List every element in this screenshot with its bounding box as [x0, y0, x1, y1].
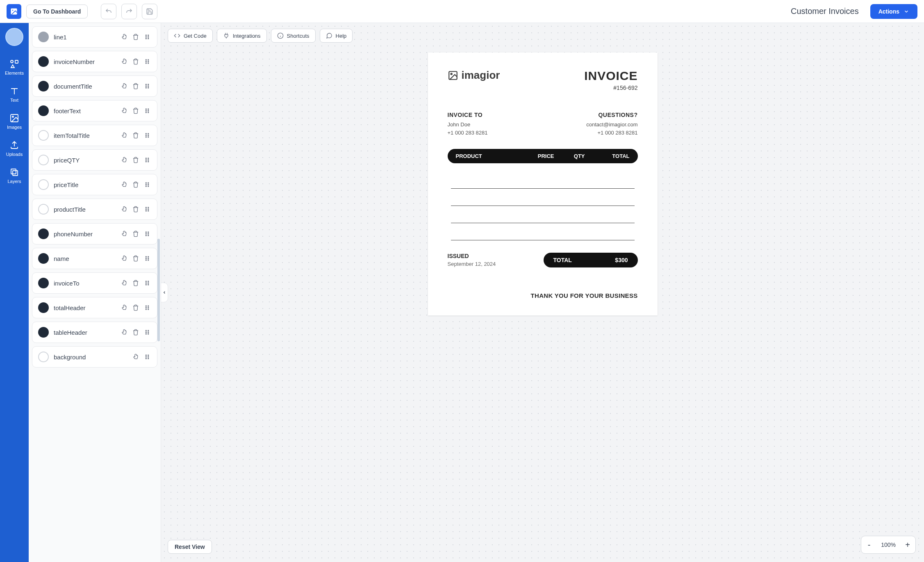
actions-button[interactable]: Actions: [870, 4, 917, 19]
undo-button[interactable]: [101, 4, 116, 19]
layer-row[interactable]: priceQTY: [32, 149, 157, 171]
svg-point-31: [148, 112, 149, 113]
layer-row[interactable]: priceTitle: [32, 174, 157, 195]
integrations-button[interactable]: Integrations: [217, 29, 267, 43]
nav-layers[interactable]: Layers: [2, 163, 27, 188]
layer-delete-button[interactable]: [132, 131, 140, 139]
layer-select-button[interactable]: [120, 180, 128, 189]
layer-delete-button[interactable]: [132, 205, 140, 213]
layer-drag-handle[interactable]: [143, 180, 151, 189]
layer-select-button[interactable]: [120, 304, 128, 312]
svg-point-11: [148, 35, 149, 36]
layer-drag-handle[interactable]: [143, 57, 151, 66]
layer-drag-handle[interactable]: [143, 205, 151, 213]
layer-delete-button[interactable]: [132, 230, 140, 238]
layer-delete-button[interactable]: [132, 82, 140, 90]
layer-delete-button[interactable]: [132, 156, 140, 164]
layer-select-button[interactable]: [120, 279, 128, 287]
layer-drag-handle[interactable]: [143, 82, 151, 90]
avatar[interactable]: [5, 28, 23, 46]
canvas-viewport[interactable]: imagior INVOICE #156-692 INVOICE TO John…: [161, 48, 924, 562]
pointer-icon: [121, 181, 127, 188]
svg-point-47: [148, 183, 149, 183]
get-code-label: Get Code: [184, 33, 207, 39]
layer-row[interactable]: invoiceNumber: [32, 51, 157, 72]
layer-delete-button[interactable]: [132, 33, 140, 41]
layer-select-button[interactable]: [120, 82, 128, 90]
layer-select-button[interactable]: [120, 33, 128, 41]
invoice-document[interactable]: imagior INVOICE #156-692 INVOICE TO John…: [428, 53, 658, 315]
save-button[interactable]: [142, 4, 157, 19]
layer-select-button[interactable]: [120, 57, 128, 66]
layer-delete-button[interactable]: [132, 57, 140, 66]
trash-icon: [132, 280, 139, 286]
layer-name: name: [54, 255, 115, 262]
collapse-panel-button[interactable]: [161, 283, 168, 302]
layer-delete-button[interactable]: [132, 180, 140, 189]
layer-row[interactable]: documentTitle: [32, 75, 157, 97]
zoom-in-button[interactable]: +: [901, 539, 914, 551]
layer-delete-button[interactable]: [132, 328, 140, 336]
layer-row[interactable]: line1: [32, 26, 157, 48]
nav-uploads[interactable]: Uploads: [2, 136, 27, 161]
layer-drag-handle[interactable]: [143, 328, 151, 336]
layer-select-button[interactable]: [120, 131, 128, 139]
layer-select-button[interactable]: [120, 230, 128, 238]
layer-swatch: [38, 81, 49, 91]
total-amount: $300: [615, 257, 628, 263]
trash-icon: [132, 34, 139, 40]
layer-delete-button[interactable]: [132, 304, 140, 312]
svg-point-50: [146, 207, 146, 208]
nav-elements[interactable]: Elements: [2, 55, 27, 80]
layer-row[interactable]: phoneNumber: [32, 223, 157, 244]
help-button[interactable]: Help: [320, 29, 353, 43]
layer-row[interactable]: footerText: [32, 100, 157, 121]
layer-select-button[interactable]: [120, 107, 128, 115]
layer-drag-handle[interactable]: [143, 156, 151, 164]
redo-button[interactable]: [121, 4, 137, 19]
go-to-dashboard-button[interactable]: Go To Dashboard: [26, 5, 88, 18]
layer-row[interactable]: invoiceTo: [32, 272, 157, 294]
reset-view-button[interactable]: Reset View: [168, 540, 212, 554]
svg-point-62: [146, 256, 146, 257]
layer-actions: [120, 107, 151, 115]
layer-select-button[interactable]: [120, 205, 128, 213]
layer-drag-handle[interactable]: [143, 279, 151, 287]
layer-delete-button[interactable]: [132, 279, 140, 287]
zoom-out-button[interactable]: -: [863, 539, 875, 551]
layer-row[interactable]: totalHeader: [32, 297, 157, 318]
layer-delete-button[interactable]: [132, 107, 140, 115]
nav-text[interactable]: Text: [2, 82, 27, 107]
app-logo[interactable]: [7, 4, 21, 19]
layer-row[interactable]: name: [32, 248, 157, 269]
shapes-icon: [9, 59, 19, 69]
pointer-icon: [121, 304, 127, 311]
layer-drag-handle[interactable]: [143, 131, 151, 139]
layer-drag-handle[interactable]: [143, 230, 151, 238]
svg-point-22: [146, 87, 146, 88]
drag-icon: [144, 107, 150, 114]
layer-select-button[interactable]: [120, 328, 128, 336]
shortcuts-button[interactable]: Shortcuts: [271, 29, 316, 43]
layer-select-button[interactable]: [132, 353, 140, 361]
layer-select-button[interactable]: [120, 254, 128, 263]
nav-images[interactable]: Images: [2, 109, 27, 134]
layer-select-button[interactable]: [120, 156, 128, 164]
svg-point-32: [146, 133, 146, 134]
layer-delete-button[interactable]: [132, 254, 140, 263]
layer-row[interactable]: itemTotalTitle: [32, 125, 157, 146]
scrollbar[interactable]: [157, 239, 160, 341]
layer-row[interactable]: background: [32, 346, 157, 368]
layer-drag-handle[interactable]: [143, 33, 151, 41]
svg-point-20: [146, 84, 146, 85]
svg-point-44: [146, 183, 146, 183]
layer-row[interactable]: productTitle: [32, 199, 157, 220]
layer-drag-handle[interactable]: [143, 353, 151, 361]
get-code-button[interactable]: Get Code: [168, 29, 213, 43]
layer-drag-handle[interactable]: [143, 107, 151, 115]
layer-row[interactable]: tableHeader: [32, 322, 157, 343]
layer-drag-handle[interactable]: [143, 304, 151, 312]
invoice-title: INVOICE: [584, 69, 637, 83]
svg-point-86: [146, 355, 146, 356]
layer-drag-handle[interactable]: [143, 254, 151, 263]
